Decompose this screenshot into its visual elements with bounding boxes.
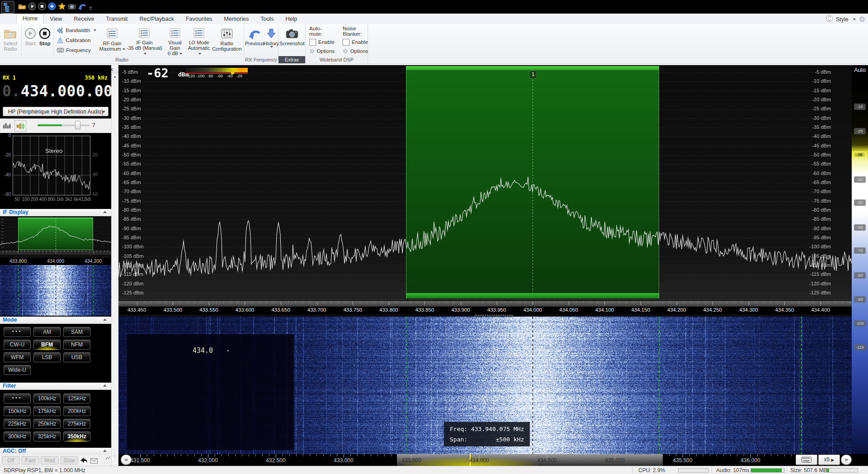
colorbar-auto-label[interactable]: Auto [852,67,868,73]
marker-1-flag[interactable]: 1 [529,71,537,79]
filter-button-[interactable]: ••• [4,393,31,403]
auto-mute-enable[interactable]: Enable [309,38,335,46]
mode-header[interactable]: Mode [0,317,111,324]
settings-gear-icon[interactable]: ⚙ [859,15,865,24]
undo-icon[interactable] [78,2,86,10]
collapse-up-icon[interactable] [103,318,107,321]
spectrum-canvas[interactable] [118,65,852,301]
auto-mute-options[interactable]: ⚙Options [309,47,335,55]
back-arrow-icon[interactable] [80,457,88,465]
noise-blanker-enable[interactable]: Enable [343,38,368,46]
colorbar-tick[interactable]: -10 [854,104,866,110]
frequency-display[interactable]: 0.434.000.000 [2,82,122,100]
bandwidth-button[interactable]: Bandwidth [57,26,96,34]
mode-button-lsb[interactable]: LSB [33,352,61,362]
filter-button-125khz[interactable]: 125kHz [63,393,90,403]
if-waterfall[interactable] [0,265,111,316]
filter-button-175khz[interactable]: 175kHz [33,406,61,416]
previous-button[interactable]: Previous [245,24,264,56]
mode-button-bfm[interactable]: BFM [33,340,61,350]
mode-button-usb[interactable]: USB [63,352,90,362]
stop-button[interactable]: Stop [38,24,52,56]
tab-rec-playback[interactable]: Rec/Playback [134,14,180,24]
filter-button-100khz[interactable]: 100kHz [33,393,61,403]
filter-header[interactable]: Filter [0,383,111,390]
colorbar-tick[interactable]: -60 [854,224,866,231]
tab-transmit[interactable]: Transmit [100,14,133,24]
colorbar-tick[interactable]: -80 [854,272,866,279]
mode-button-wfm[interactable]: WFM [4,352,31,362]
filter-button-200khz[interactable]: 200kHz [63,406,90,416]
tab-favourites[interactable]: Favourites [180,14,218,24]
filter-button-350khz[interactable]: 350kHz [63,431,90,441]
tab-help[interactable]: Help [279,14,303,24]
calibration-button[interactable]: Calibration [57,36,96,44]
if-gain-button[interactable]: IF Gain -35 dB (Manual) [126,24,163,56]
collapse-up-icon[interactable] [103,211,107,213]
play-icon[interactable] [28,2,36,10]
audio-device-select[interactable]: HP (Périphérique High Definition Audio) [3,107,108,116]
colorbar-tick[interactable]: -90 [854,296,866,303]
sparkline-icon[interactable] [105,454,111,462]
waterfall-colorbar[interactable]: Auto -10-20-30-40-50-60-70-80-90-100-110 [852,65,868,454]
palette-legend-bar[interactable] [185,68,248,72]
collapse-up-icon[interactable] [103,384,107,387]
agc-button-off[interactable]: Off [2,456,20,465]
scroll-up-icon[interactable]: ▲ [113,75,117,79]
mode-button-wideu[interactable]: Wide-U [4,365,31,375]
audio-spectrum-graph[interactable] [13,136,90,195]
app-logo-icon[interactable] [1,1,14,14]
if-display-graph[interactable] [0,216,111,258]
colorbar-tick[interactable]: -50 [854,199,866,206]
scroll-right-button[interactable]: » [841,455,852,465]
if-display-header[interactable]: IF Display [0,209,111,216]
more-caret-icon[interactable] [89,4,97,12]
mode-button-[interactable]: ••• [4,327,31,337]
filter-button-150khz[interactable]: 150kHz [4,406,31,416]
colorbar-tick[interactable]: -40 [854,176,866,183]
visual-gain-button[interactable]: Visual Gain 0 dB [163,24,187,56]
colorbar-tick[interactable]: -30 [853,152,866,158]
agc-button-fast[interactable]: Fast [21,456,39,465]
lo-mode-button[interactable]: LO Mode Automatic [187,24,211,56]
tab-tools[interactable]: Tools [255,14,279,24]
rf-gain-button[interactable]: RF Gain Maximum [99,24,126,56]
select-radio-button[interactable]: Select Radio [1,24,20,56]
filter-button-275khz[interactable]: 275kHz [63,419,90,429]
spectrum-freq-ruler[interactable] [118,301,852,307]
noise-blanker-options[interactable]: ⚙Options [343,47,368,55]
tab-memories[interactable]: Memories [218,14,255,24]
checkbox[interactable] [343,39,349,46]
filter-button-300khz[interactable]: 300kHz [4,431,31,441]
mute-speaker-button[interactable] [14,120,26,132]
style-button[interactable]: Style [836,16,849,23]
full-span-scale[interactable]: 431.500432.000432.500433.000433.500434.0… [118,454,868,466]
colorbar-tick[interactable]: -110 [854,344,866,351]
keyboard-entry-button[interactable] [796,455,817,465]
checkbox[interactable] [309,39,316,46]
mode-button-nfm[interactable]: NFM [63,340,90,350]
volume-handle[interactable] [75,121,80,129]
tab-home[interactable]: Home [16,14,44,24]
sidebar-scrollbar[interactable]: ▲ ⌄ [111,73,118,466]
open-folder-icon[interactable] [18,2,26,10]
mode-button-sam[interactable]: SAM [63,327,90,337]
agc-button-slow[interactable]: Slow [60,456,78,465]
mode-button-cwu[interactable]: CW-U [4,340,31,350]
zoom-step-button[interactable]: x5 ▶ [818,455,840,465]
filter-button-325khz[interactable]: 325kHz [33,431,61,441]
stop-icon[interactable] [38,2,46,10]
tab-receive[interactable]: Receive [68,14,100,24]
radio-configuration-button[interactable]: Radio Configuration [211,24,243,56]
screenshot-button[interactable]: Screenshot [279,24,305,56]
colorbar-tick[interactable]: -70 [854,247,866,254]
colorbar-tick[interactable]: -20 [854,128,866,134]
scroll-left-button[interactable]: « [121,455,132,465]
camera-icon[interactable] [68,2,76,10]
equalizer-icon[interactable] [3,122,11,131]
collapse-ribbon-icon[interactable] [826,15,833,24]
colorbar-tick[interactable]: -100 [854,320,866,327]
filter-button-250khz[interactable]: 250kHz [33,419,61,429]
favourite-star-icon[interactable] [58,2,66,10]
history-button[interactable]: History [264,24,278,56]
